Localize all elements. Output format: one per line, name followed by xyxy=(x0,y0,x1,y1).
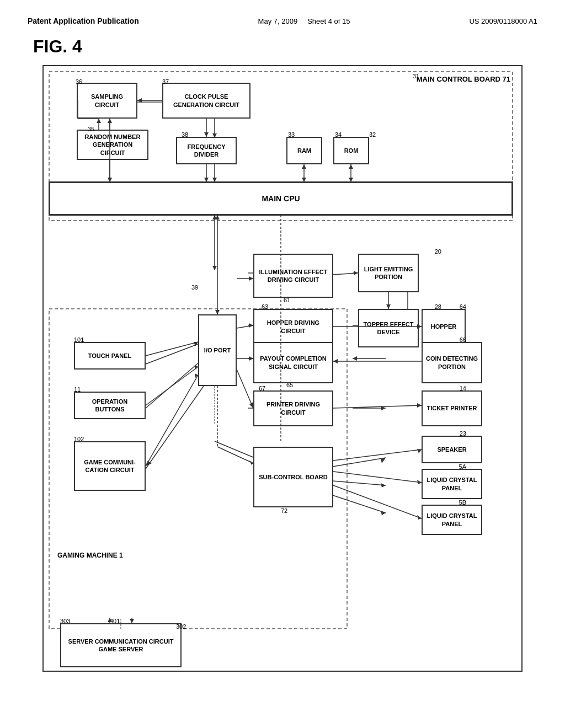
ref-101: 101 xyxy=(74,336,84,343)
page: Patent Application Publication May 7, 20… xyxy=(0,0,565,728)
svg-marker-104 xyxy=(417,480,422,484)
ref-11: 11 xyxy=(74,386,81,393)
svg-marker-88 xyxy=(333,359,338,363)
header: Patent Application Publication May 7, 20… xyxy=(28,17,537,25)
ref-5a: 5A xyxy=(459,463,466,470)
frequency-divider-box: FREQUENCY DIVIDER xyxy=(176,137,237,164)
svg-line-93 xyxy=(146,342,198,356)
touch-panel-box: TOUCH PANEL xyxy=(74,342,146,370)
svg-marker-7 xyxy=(212,178,217,182)
operation-buttons-box: OPERATION BUTTONS xyxy=(74,392,146,419)
ref-38: 38 xyxy=(182,131,188,138)
svg-marker-17 xyxy=(212,215,217,220)
svg-marker-63 xyxy=(204,132,209,137)
svg-marker-106 xyxy=(417,515,422,520)
svg-marker-76 xyxy=(249,276,253,281)
svg-marker-67 xyxy=(302,178,306,182)
svg-marker-39 xyxy=(381,483,386,488)
svg-marker-71 xyxy=(349,164,353,169)
random-number-box: RANDOM NUMBER GENERATION CIRCUIT xyxy=(77,130,148,160)
svg-marker-41 xyxy=(381,511,386,515)
topper-effect-box: TOPPER EFFECT DEVICE xyxy=(358,309,419,347)
svg-marker-16 xyxy=(212,266,217,270)
svg-marker-94 xyxy=(194,342,198,346)
ref-32: 32 xyxy=(369,131,376,138)
svg-line-101 xyxy=(333,449,422,461)
sampling-circuit-box: SAMPLING CIRCUIT xyxy=(77,83,137,119)
svg-line-99 xyxy=(217,447,253,463)
ref-72: 72 xyxy=(281,507,287,514)
ref-64: 64 xyxy=(460,303,466,310)
server-comm-box: SERVER COMMUNICATION CIRCUIT GAME SERVER xyxy=(60,623,182,667)
svg-marker-74 xyxy=(215,215,220,220)
sub-control-box: SUB-CONTROL BOARD xyxy=(253,447,333,507)
svg-marker-80 xyxy=(386,304,391,309)
speaker-box: SPEAKER xyxy=(422,436,482,463)
header-date: May 7, 2009 xyxy=(258,17,298,25)
svg-marker-29 xyxy=(353,356,357,361)
svg-marker-82 xyxy=(249,323,253,328)
light-emitting-box: LIGHT EMITTING PORTION xyxy=(358,254,419,292)
svg-line-44 xyxy=(146,358,204,408)
svg-marker-109 xyxy=(146,461,152,466)
payout-completion-box: PAYOUT COMPLETION SIGNAL CIRCUIT xyxy=(253,342,333,383)
lcd-panel-a-box: LIQUID CRYSTAL PANEL xyxy=(422,469,482,499)
gaming-machine-label: GAMING MACHINE 1 xyxy=(57,552,123,560)
ref-37: 37 xyxy=(162,78,169,85)
hopper-driving-box: HOPPER DRIVING CIRCUIT xyxy=(253,309,333,345)
svg-marker-90 xyxy=(249,402,253,408)
header-right: US 2009/0118000 A1 xyxy=(469,17,537,25)
svg-marker-86 xyxy=(249,356,253,361)
svg-marker-113 xyxy=(130,619,134,623)
svg-line-105 xyxy=(333,485,422,518)
ref-302: 302 xyxy=(176,623,186,630)
main-control-board-label: MAIN CONTROL BOARD 71 xyxy=(417,75,510,84)
ref-401: 401 xyxy=(110,618,120,624)
ref-34: 34 xyxy=(335,131,342,138)
ref-5b: 5B xyxy=(459,499,466,506)
svg-line-89 xyxy=(237,370,253,408)
svg-line-103 xyxy=(333,472,422,483)
ref-303: 303 xyxy=(60,618,70,624)
svg-marker-68 xyxy=(302,164,306,169)
ref-102: 102 xyxy=(74,436,84,442)
ref-20: 20 xyxy=(435,248,441,255)
svg-marker-55 xyxy=(137,98,142,103)
illumination-box: ILLUMINATION EFFECT DRIVING CIRCUIT xyxy=(253,254,333,298)
ref-36: 36 xyxy=(76,78,82,85)
svg-line-91 xyxy=(333,405,422,408)
ref-14: 14 xyxy=(460,385,466,392)
header-center: May 7, 2009 Sheet 4 of 15 xyxy=(258,17,350,25)
ref-61: 61 xyxy=(284,297,290,303)
ref-39: 39 xyxy=(191,284,198,291)
coin-detecting-box: COIN DETECTING PORTION xyxy=(422,342,482,383)
printer-driving-box: PRINTER DRIVING CIRCUIT xyxy=(253,390,333,426)
ref-67: 67 xyxy=(259,385,265,392)
header-sheet: Sheet 4 of 15 xyxy=(307,17,350,25)
svg-line-77 xyxy=(333,273,358,275)
ram-box: RAM xyxy=(286,137,322,164)
header-left: Patent Application Publication xyxy=(28,17,139,25)
ref-31: 31 xyxy=(413,73,419,79)
figure-title: FIG. 4 xyxy=(33,36,537,57)
svg-marker-65 xyxy=(204,178,209,182)
svg-line-95 xyxy=(146,367,198,405)
rom-box: ROM xyxy=(333,137,369,164)
ref-66: 66 xyxy=(460,336,466,343)
svg-marker-100 xyxy=(249,461,253,465)
ref-65: 65 xyxy=(286,382,293,388)
svg-marker-57 xyxy=(108,178,112,182)
svg-line-46 xyxy=(146,386,204,469)
svg-marker-37 xyxy=(381,458,386,463)
svg-marker-70 xyxy=(349,178,353,182)
ref-63: 63 xyxy=(262,303,268,310)
io-port-box: I/O PORT xyxy=(198,314,237,386)
clock-pulse-box: CLOCK PULSE GENERATION CIRCUIT xyxy=(162,83,250,119)
svg-marker-35 xyxy=(381,406,386,410)
svg-marker-102 xyxy=(417,449,422,453)
ref-33: 33 xyxy=(288,131,295,138)
diagram-container: MAIN CPU xyxy=(42,65,523,672)
svg-marker-92 xyxy=(417,403,422,408)
ref-35: 35 xyxy=(88,126,94,132)
svg-marker-78 xyxy=(354,271,358,275)
